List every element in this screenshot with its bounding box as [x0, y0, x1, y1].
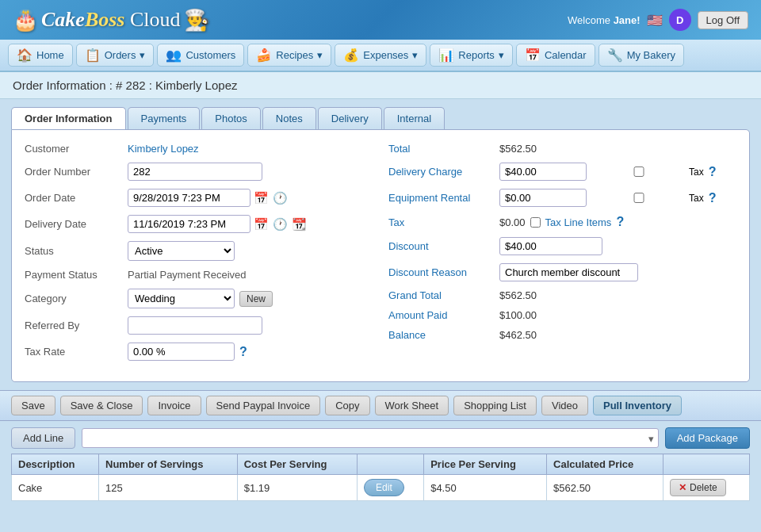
delivery-charge-input[interactable]: [499, 163, 587, 181]
save-close-button[interactable]: Save & Close: [60, 396, 143, 415]
customer-link[interactable]: Kimberly Lopez: [128, 143, 199, 155]
order-date-row: Order Date 📅 🕐: [25, 189, 373, 207]
delivery-date-green-calendar-icon[interactable]: 📆: [291, 216, 308, 232]
col-price-per-serving: Price Per Serving: [424, 454, 547, 475]
delivery-date-clock-icon[interactable]: 🕐: [272, 216, 289, 232]
shopping-list-button[interactable]: Shopping List: [453, 396, 537, 415]
invoice-button[interactable]: Invoice: [147, 396, 201, 415]
discount-label: Discount: [388, 240, 499, 252]
row-description: Cake: [12, 475, 99, 501]
balance-value: $462.50: [499, 329, 537, 341]
row-edit-button[interactable]: Edit: [364, 479, 404, 496]
tax-row-checkbox[interactable]: [530, 217, 541, 228]
send-paypal-button[interactable]: Send Paypal Invoice: [206, 396, 321, 415]
copy-button[interactable]: Copy: [325, 396, 369, 415]
tax-rate-row: Tax Rate ?: [25, 343, 373, 361]
tab-bar: Order Information Payments Photos Notes …: [11, 107, 750, 129]
category-row: Category Wedding Birthday Anniversary Ot…: [25, 289, 373, 308]
category-select[interactable]: Wedding Birthday Anniversary Other: [128, 289, 235, 308]
welcome-text: Welcome Jane!: [568, 14, 641, 26]
balance-label: Balance: [388, 329, 499, 341]
order-number-input[interactable]: [128, 163, 262, 181]
save-button[interactable]: Save: [11, 396, 55, 415]
status-row: Status Active Inactive Pending Cancelled: [25, 241, 373, 261]
calendar-icon: 📅: [525, 48, 541, 63]
equipment-rental-label: Equipment Rental: [388, 192, 499, 204]
table-product-select[interactable]: [82, 428, 658, 448]
tax-help-icon[interactable]: ?: [616, 215, 624, 229]
discount-reason-input[interactable]: [499, 263, 638, 281]
nav-orders[interactable]: 📋 Orders ▾: [76, 44, 155, 67]
tax-rate-help-icon[interactable]: ?: [239, 345, 247, 359]
row-delete-button[interactable]: ✕ Delete: [670, 479, 726, 496]
logo-text: CakeBoss Cloud: [41, 8, 181, 32]
tab-payments[interactable]: Payments: [128, 107, 201, 129]
logo-chef-icon: 👨‍🍳: [184, 8, 209, 33]
category-new-button[interactable]: New: [239, 291, 273, 307]
delete-label: Delete: [690, 482, 717, 493]
order-date-calendar-icon[interactable]: 📅: [253, 190, 270, 206]
category-value: Wedding Birthday Anniversary Other New: [128, 289, 373, 308]
tax-rate-input[interactable]: [128, 343, 235, 361]
order-date-input[interactable]: [128, 189, 250, 207]
payment-status-value: Partial Payment Received: [128, 269, 373, 281]
delivery-date-input[interactable]: [128, 215, 250, 233]
order-date-clock-icon[interactable]: 🕐: [272, 190, 289, 206]
tab-internal[interactable]: Internal: [384, 107, 445, 129]
order-number-label: Order Number: [25, 166, 128, 178]
table-row: Cake 125 $1.19 Edit $4.50 $562.50 ✕ Dele…: [12, 475, 750, 501]
nav-calendar[interactable]: 📅 Calendar: [516, 44, 595, 67]
status-select[interactable]: Active Inactive Pending Cancelled: [128, 241, 235, 261]
pull-inventory-button[interactable]: Pull Inventory: [593, 396, 682, 415]
grand-total-label: Grand Total: [388, 289, 499, 301]
form-left: Customer Kimberly Lopez Order Number Ord…: [25, 143, 373, 369]
logo-cakeboss: Cake: [41, 8, 85, 31]
referred-by-input[interactable]: [128, 316, 262, 335]
order-date-input-group: 📅 🕐: [128, 189, 373, 207]
delivery-charge-row: Delivery Charge Tax ?: [388, 163, 736, 181]
delivery-tax-label: Tax: [689, 166, 704, 178]
logo: 🎂 CakeBoss Cloud 👨‍🍳: [13, 8, 209, 33]
breadcrumb: Order Information : # 282 : Kimberly Lop…: [0, 72, 761, 99]
delivery-tax-checkbox-group: Tax: [591, 166, 704, 178]
add-line-button[interactable]: Add Line: [11, 427, 75, 449]
nav-home[interactable]: 🏠 Home: [8, 44, 73, 67]
delivery-charge-help-icon[interactable]: ?: [709, 165, 717, 179]
tab-photos[interactable]: Photos: [201, 107, 260, 129]
col-actions: [663, 454, 749, 475]
equipment-rental-input[interactable]: [499, 189, 587, 207]
customer-label: Customer: [25, 143, 128, 155]
amount-paid-value: $100.00: [499, 309, 537, 321]
delivery-date-calendar-icon[interactable]: 📅: [253, 216, 270, 232]
nav-my-bakery[interactable]: 🔧 My Bakery: [598, 44, 684, 67]
logoff-button[interactable]: Log Off: [698, 11, 748, 29]
nav-expenses[interactable]: 💰 Expenses ▾: [335, 44, 426, 67]
tab-notes[interactable]: Notes: [262, 107, 316, 129]
tab-delivery[interactable]: Delivery: [318, 107, 382, 129]
recipes-dropdown-icon: ▾: [317, 49, 323, 61]
equipment-rental-help-icon[interactable]: ?: [709, 191, 717, 205]
tax-line-items-label[interactable]: Tax Line Items: [545, 216, 612, 228]
nav-customers-label: Customers: [185, 49, 235, 61]
nav-reports[interactable]: 📊 Reports ▾: [430, 44, 513, 67]
delivery-date-value: 📅 🕐 📆: [128, 215, 373, 233]
delivery-date-row: Delivery Date 📅 🕐 📆: [25, 215, 373, 233]
expenses-icon: 💰: [343, 48, 359, 63]
work-sheet-button[interactable]: Work Sheet: [375, 396, 449, 415]
discount-input[interactable]: [499, 237, 602, 255]
nav-recipes[interactable]: 🍰 Recipes ▾: [247, 44, 331, 67]
grand-total-value: $562.50: [499, 289, 537, 301]
nav-bar: 🏠 Home 📋 Orders ▾ 👥 Customers 🍰 Recipes …: [0, 40, 761, 72]
customer-row: Customer Kimberly Lopez: [25, 143, 373, 155]
add-package-button[interactable]: Add Package: [665, 427, 750, 449]
equipment-tax-checkbox[interactable]: [591, 193, 686, 203]
balance-row: Balance $462.50: [388, 329, 736, 341]
equipment-tax-checkbox-group: Tax: [591, 193, 704, 204]
delivery-tax-checkbox[interactable]: [591, 166, 686, 177]
tab-order-information[interactable]: Order Information: [11, 107, 126, 129]
nav-customers[interactable]: 👥 Customers: [157, 44, 244, 67]
recipes-icon: 🍰: [256, 48, 272, 63]
orders-dropdown-icon: ▾: [140, 49, 145, 61]
video-button[interactable]: Video: [541, 396, 588, 415]
row-cost-per-serving: $1.19: [237, 475, 357, 501]
